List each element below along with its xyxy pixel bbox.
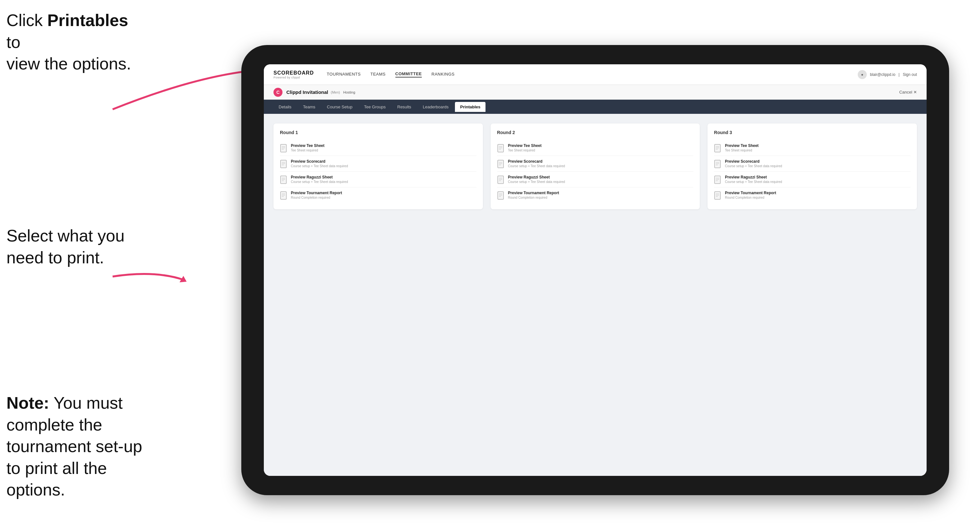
main-content: Round 1 Preview Tee Sheet Tee Sheet requ… [264, 114, 927, 476]
round1-tee-sheet-sub: Tee Sheet required [291, 149, 325, 152]
round2-scorecard[interactable]: Preview Scorecard Course setup + Tee She… [497, 156, 694, 172]
round3-raguzzi-title: Preview Raguzzi Sheet [725, 175, 782, 179]
round1-tee-sheet[interactable]: Preview Tee Sheet Tee Sheet required [280, 140, 476, 156]
round3-tee-sheet-text: Preview Tee Sheet Tee Sheet required [725, 143, 759, 152]
svg-rect-18 [498, 144, 504, 152]
svg-rect-22 [498, 160, 504, 168]
tee-sheet-icon-2 [497, 144, 504, 152]
round-1-title: Round 1 [280, 130, 476, 135]
round2-raguzzi-title: Preview Raguzzi Sheet [508, 175, 565, 179]
round3-scorecard-text: Preview Scorecard Course setup + Tee She… [725, 159, 782, 168]
round2-tee-sheet-text: Preview Tee Sheet Tee Sheet required [508, 143, 542, 152]
tab-teams[interactable]: Teams [298, 102, 320, 112]
round3-tournament-report-title: Preview Tournament Report [725, 190, 776, 195]
printables-bold: Printables [47, 11, 128, 30]
rounds-grid: Round 1 Preview Tee Sheet Tee Sheet requ… [274, 124, 917, 210]
tournament-status: Hosting [343, 90, 355, 94]
user-email: blair@clippd.io [870, 72, 896, 77]
scorecard-icon [280, 160, 287, 168]
round2-tee-sheet-sub: Tee Sheet required [508, 149, 542, 152]
round3-tournament-report[interactable]: Preview Tournament Report Round Completi… [714, 187, 910, 203]
round1-scorecard[interactable]: Preview Scorecard Course setup + Tee She… [280, 156, 476, 172]
raguzzi-icon-3 [714, 176, 721, 184]
tab-printables[interactable]: Printables [455, 102, 485, 112]
round2-tournament-report-text: Preview Tournament Report Round Completi… [508, 190, 559, 199]
round2-raguzzi-sub: Course setup + Tee Sheet data required [508, 180, 565, 184]
round2-scorecard-text: Preview Scorecard Course setup + Tee She… [508, 159, 565, 168]
logo-title: SCOREBOARD [274, 70, 314, 76]
round3-scorecard[interactable]: Preview Scorecard Course setup + Tee She… [714, 156, 910, 172]
svg-rect-6 [280, 160, 286, 168]
round-2-title: Round 2 [497, 130, 694, 135]
round3-raguzzi-text: Preview Raguzzi Sheet Course setup + Tee… [725, 175, 782, 184]
separator: | [899, 72, 900, 77]
svg-rect-38 [714, 160, 721, 168]
tournament-name: Clippd Invitational [286, 89, 328, 95]
logo-area: SCOREBOARD Powered by clippd [274, 70, 314, 79]
nav-rankings[interactable]: RANKINGS [431, 72, 455, 77]
round1-raguzzi-title: Preview Raguzzi Sheet [291, 175, 348, 179]
tee-sheet-icon-3 [714, 144, 721, 152]
round1-tournament-report-text: Preview Tournament Report Round Completi… [291, 190, 342, 199]
tournament-report-icon [280, 191, 287, 200]
round3-tournament-report-text: Preview Tournament Report Round Completi… [725, 190, 776, 199]
instruction-middle: Select what youneed to print. [6, 225, 124, 268]
tee-sheet-icon [280, 144, 287, 152]
svg-rect-46 [714, 192, 721, 199]
round1-raguzzi-text: Preview Raguzzi Sheet Course setup + Tee… [291, 175, 348, 184]
tab-tee-groups[interactable]: Tee Groups [359, 102, 391, 112]
round2-tee-sheet-title: Preview Tee Sheet [508, 143, 542, 148]
round-3-title: Round 3 [714, 130, 910, 135]
sign-out-link[interactable]: Sign out [903, 72, 917, 77]
top-nav: SCOREBOARD Powered by clippd TOURNAMENTS… [264, 64, 927, 85]
svg-marker-1 [180, 276, 187, 282]
nav-committee[interactable]: COMMITTEE [395, 71, 422, 78]
svg-rect-10 [280, 176, 286, 184]
round3-raguzzi-sub: Course setup + Tee Sheet data required [725, 180, 782, 184]
svg-rect-42 [714, 176, 721, 184]
round2-raguzzi-text: Preview Raguzzi Sheet Course setup + Tee… [508, 175, 565, 184]
svg-rect-2 [280, 144, 286, 152]
top-nav-links: TOURNAMENTS TEAMS COMMITTEE RANKINGS [327, 71, 858, 78]
round2-tournament-report[interactable]: Preview Tournament Report Round Completi… [497, 187, 694, 203]
round1-tournament-report-title: Preview Tournament Report [291, 190, 342, 195]
scorecard-icon-2 [497, 160, 504, 168]
svg-rect-34 [714, 144, 721, 152]
round1-tournament-report[interactable]: Preview Tournament Report Round Completi… [280, 187, 476, 203]
round3-raguzzi[interactable]: Preview Raguzzi Sheet Course setup + Tee… [714, 172, 910, 187]
round1-scorecard-sub: Course setup + Tee Sheet data required [291, 164, 348, 168]
round1-tournament-report-sub: Round Completion required [291, 196, 342, 199]
round1-tee-sheet-title: Preview Tee Sheet [291, 143, 325, 148]
tournament-report-icon-2 [497, 191, 504, 200]
round3-tee-sheet-title: Preview Tee Sheet [725, 143, 759, 148]
round2-raguzzi[interactable]: Preview Raguzzi Sheet Course setup + Tee… [497, 172, 694, 187]
tab-details[interactable]: Details [274, 102, 297, 112]
sub-header: C Clippd Invitational (Men) Hosting Canc… [264, 85, 927, 100]
tab-course-setup[interactable]: Course Setup [322, 102, 358, 112]
svg-rect-30 [498, 192, 504, 199]
round3-tee-sheet[interactable]: Preview Tee Sheet Tee Sheet required [714, 140, 910, 156]
instruction-bottom: Note: You mustcomplete thetournament set… [6, 392, 145, 501]
round2-tee-sheet[interactable]: Preview Tee Sheet Tee Sheet required [497, 140, 694, 156]
tournament-logo: C [274, 88, 283, 97]
tab-bar: Details Teams Course Setup Tee Groups Re… [264, 100, 927, 114]
round2-tournament-report-title: Preview Tournament Report [508, 190, 559, 195]
tablet-screen: SCOREBOARD Powered by clippd TOURNAMENTS… [264, 64, 927, 476]
nav-teams[interactable]: TEAMS [370, 72, 385, 77]
tab-leaderboards[interactable]: Leaderboards [418, 102, 453, 112]
round3-tee-sheet-sub: Tee Sheet required [725, 149, 759, 152]
round3-scorecard-sub: Course setup + Tee Sheet data required [725, 164, 782, 168]
tab-results[interactable]: Results [392, 102, 416, 112]
scorecard-icon-3 [714, 160, 721, 168]
round2-tournament-report-sub: Round Completion required [508, 196, 559, 199]
raguzzi-icon-2 [497, 176, 504, 184]
logo-sub: Powered by clippd [274, 76, 314, 79]
tournament-report-icon-3 [714, 191, 721, 200]
cancel-button[interactable]: Cancel ✕ [899, 90, 917, 95]
instruction-top: Click Printables toview the options. [6, 10, 142, 75]
user-avatar: ● [858, 70, 867, 79]
raguzzi-icon [280, 176, 287, 184]
round-3-section: Round 3 Preview Tee Sheet Tee Sheet requ… [708, 124, 917, 210]
round1-raguzzi[interactable]: Preview Raguzzi Sheet Course setup + Tee… [280, 172, 476, 187]
nav-tournaments[interactable]: TOURNAMENTS [327, 72, 361, 77]
